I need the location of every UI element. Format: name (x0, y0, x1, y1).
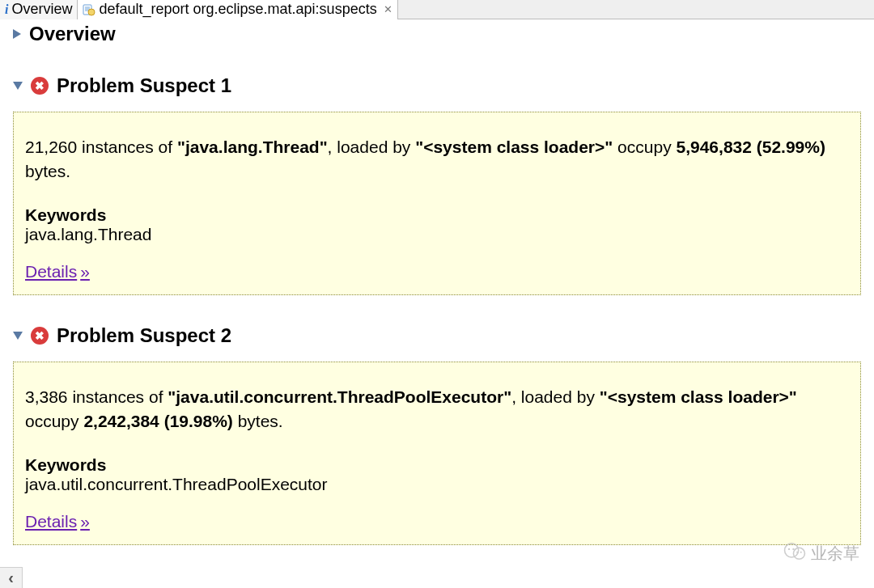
suspect1-loader: "<system class loader>" (415, 137, 613, 156)
tab-overview[interactable]: i Overview (0, 0, 78, 19)
editor-tab-bar: i Overview default_report org.eclipse.ma… (0, 0, 874, 19)
suspect2-bytes: 2,242,384 (19.98%) (83, 412, 232, 430)
details-arrow-icon: » (80, 262, 90, 281)
svg-point-10 (800, 552, 802, 553)
svg-point-5 (785, 544, 799, 557)
suspect2-instances: 3,386 (25, 387, 68, 406)
suspect1-body: 21,260 instances of "java.lang.Thread", … (25, 135, 849, 184)
watermark-text: 业余草 (811, 543, 859, 565)
suspect2-class: "java.util.concurrent.ThreadPoolExecutor… (168, 387, 511, 406)
chevron-down-icon[interactable] (13, 332, 23, 340)
info-icon: i (5, 2, 8, 17)
watermark: 业余草 (783, 542, 859, 565)
suspect1-section-header[interactable]: ✖ Problem Suspect 1 (13, 74, 861, 97)
suspect1-instances: 21,260 (25, 137, 77, 156)
suspect2-title: Problem Suspect 2 (57, 324, 231, 347)
suspect1-keywords-label: Keywords (25, 205, 849, 225)
suspect2-section-header[interactable]: ✖ Problem Suspect 2 (13, 324, 861, 347)
suspect2-details-link[interactable]: Details» (25, 512, 90, 531)
tab-report-active[interactable]: default_report org.eclipse.mat.api:suspe… (78, 0, 397, 19)
scroll-left-button[interactable]: ‹ (0, 567, 23, 588)
overview-section-header[interactable]: Overview (13, 23, 861, 45)
svg-point-7 (788, 548, 790, 550)
wechat-icon (783, 542, 806, 565)
chevron-down-icon[interactable] (13, 82, 23, 90)
suspect1-class: "java.lang.Thread" (177, 137, 328, 156)
svg-point-6 (793, 548, 804, 559)
suspect2-loader: "<system class loader>" (600, 387, 797, 406)
details-arrow-icon: » (80, 512, 90, 531)
suspect1-keywords-text: java.lang.Thread (25, 225, 849, 244)
suspect1-bytes: 5,946,832 (52.99%) (677, 137, 825, 156)
tab-overview-label: Overview (11, 1, 72, 18)
suspect2-keywords-label: Keywords (25, 455, 849, 475)
suspect2-body: 3,386 instances of "java.util.concurrent… (25, 385, 849, 434)
report-content: Overview ✖ Problem Suspect 1 21,260 inst… (0, 19, 874, 545)
chevron-left-icon: ‹ (8, 569, 14, 587)
tab-report-label: default_report org.eclipse.mat.api:suspe… (99, 1, 376, 18)
report-icon (83, 3, 95, 16)
error-icon: ✖ (31, 77, 49, 95)
svg-point-4 (88, 9, 95, 15)
svg-point-9 (796, 552, 798, 553)
error-icon: ✖ (31, 327, 49, 345)
suspect1-details-link[interactable]: Details» (25, 262, 90, 281)
suspect1-panel: 21,260 instances of "java.lang.Thread", … (13, 112, 861, 295)
suspect2-panel: 3,386 instances of "java.util.concurrent… (13, 362, 861, 545)
svg-point-8 (792, 548, 794, 550)
suspect1-title: Problem Suspect 1 (57, 74, 231, 97)
suspect2-keywords-text: java.util.concurrent.ThreadPoolExecutor (25, 475, 849, 494)
overview-title: Overview (29, 23, 116, 45)
chevron-right-icon[interactable] (13, 29, 21, 39)
close-icon[interactable]: ✕ (384, 3, 392, 15)
